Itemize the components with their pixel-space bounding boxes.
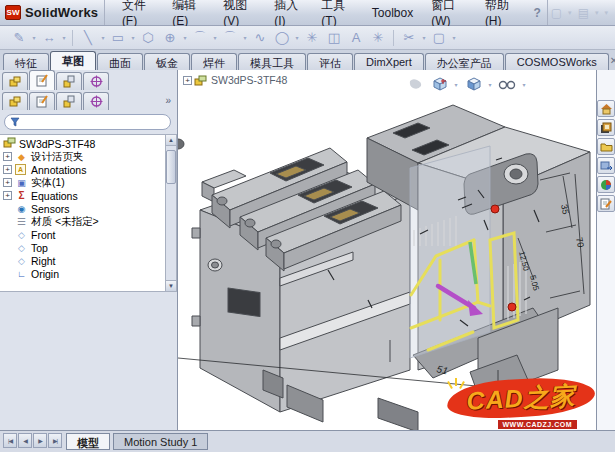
new-caret-icon[interactable]: ▾ <box>565 9 575 17</box>
dimxpertmanager-icon[interactable] <box>83 72 109 90</box>
display-style-icon[interactable] <box>463 75 483 93</box>
caret-down-icon[interactable]: ▾ <box>486 81 494 88</box>
section-view-icon[interactable] <box>406 75 426 93</box>
expand-icon[interactable]: + <box>183 76 192 85</box>
convert-entities-icon[interactable]: ▢ <box>428 30 450 45</box>
open-document-icon[interactable]: ▤ <box>575 6 592 20</box>
file-explorer-icon[interactable] <box>597 138 615 155</box>
menu-toolbox[interactable]: Toolbox <box>363 0 422 25</box>
centerpoint-arc-icon[interactable]: ⌒ <box>189 29 211 47</box>
tab-office-products[interactable]: 办公室产品 <box>425 53 504 70</box>
tab-dimxpert[interactable]: DimXpert <box>354 53 424 70</box>
prev-study-icon[interactable]: ◀ <box>18 433 32 448</box>
tree-item-front-plane[interactable]: ◇ Front <box>3 228 165 241</box>
trim-entities-icon[interactable]: ✂ <box>398 30 420 45</box>
caret-down-icon[interactable]: ▾ <box>241 34 249 41</box>
design-library-icon[interactable] <box>597 119 615 136</box>
custom-properties-icon[interactable] <box>597 195 615 212</box>
sketch-text-icon[interactable]: A <box>345 30 367 45</box>
expand-icon[interactable]: + <box>3 191 12 200</box>
tab-sketch[interactable]: 草图 <box>50 51 96 70</box>
caret-down-icon[interactable]: ▾ <box>520 81 528 88</box>
tree-item-top-plane[interactable]: ◇ Top <box>3 241 165 254</box>
section-plane[interactable] <box>410 146 490 358</box>
new-document-icon[interactable]: ▢ <box>548 6 565 20</box>
point-icon[interactable]: ✳ <box>301 30 323 45</box>
tab-evaluate[interactable]: 评估 <box>307 53 353 70</box>
spline-icon[interactable]: ∿ <box>249 30 271 45</box>
last-study-icon[interactable]: ▶| <box>48 433 62 448</box>
caret-down-icon[interactable]: ▾ <box>181 34 189 41</box>
scroll-thumb[interactable] <box>166 150 176 184</box>
scroll-down-icon[interactable]: ▼ <box>166 280 176 291</box>
tab-moldtools[interactable]: 模具工具 <box>238 53 306 70</box>
tree-item-equations[interactable]: + Σ Equations <box>3 189 165 202</box>
tree-item-annotations[interactable]: + A Annotations <box>3 163 165 176</box>
caret-down-icon[interactable]: ▾ <box>60 34 68 41</box>
view-palette-icon[interactable] <box>597 157 615 174</box>
caret-down-icon[interactable]: ▾ <box>129 34 137 41</box>
more-caret-icon[interactable]: ▾ <box>601 9 611 17</box>
view-orientation-icon[interactable] <box>429 75 449 93</box>
tab-weldments[interactable]: 焊件 <box>191 53 237 70</box>
configurationmanager-icon[interactable] <box>56 72 82 90</box>
sketch-icon[interactable]: ✎ <box>8 30 30 45</box>
menu-edit[interactable]: 编辑(E) <box>163 0 214 25</box>
tree-item-solid-bodies[interactable]: + ▣ 实体(1) <box>3 176 165 189</box>
ellipse-icon[interactable]: ◯ <box>271 30 293 45</box>
open-caret-icon[interactable]: ▾ <box>592 9 602 17</box>
search-icon[interactable]: ? <box>527 6 546 20</box>
mirror-entities-icon[interactable]: ◫ <box>323 30 345 45</box>
tree-root[interactable]: SW3dPS-3TF48 <box>3 137 165 150</box>
polygon-icon[interactable]: ⬡ <box>137 30 159 45</box>
circle-icon[interactable]: ⊕ <box>159 30 181 45</box>
tab-model[interactable]: 模型 <box>66 433 110 450</box>
tab-sheetmetal[interactable]: 钣金 <box>144 53 190 70</box>
expand-icon[interactable]: + <box>3 178 12 187</box>
tangent-arc-icon[interactable]: ⌒ <box>219 29 241 47</box>
next-study-icon[interactable]: ▶ <box>33 433 47 448</box>
menu-insert[interactable]: 插入(I) <box>265 0 312 25</box>
caret-down-icon[interactable]: ▾ <box>30 34 38 41</box>
chevrons-right-icon[interactable]: » <box>165 95 171 106</box>
flyout-feature-tree[interactable]: + SW3dPS-3TF48 <box>183 74 287 86</box>
model-3d-view[interactable]: 35 70 12.50 5.05 51 <box>178 70 596 430</box>
resources-icon[interactable] <box>597 100 615 117</box>
graphics-viewport[interactable]: + SW3dPS-3TF48 ▾ ▾ ▾ <box>178 70 596 430</box>
caret-down-icon[interactable]: ▾ <box>452 81 460 88</box>
caret-down-icon[interactable]: ▾ <box>293 34 301 41</box>
menu-window[interactable]: 窗口(W) <box>422 0 476 25</box>
caret-down-icon[interactable]: ▾ <box>420 34 428 41</box>
tree-item-material[interactable]: ☰ 材质 <未指定> <box>3 215 165 228</box>
menu-view[interactable]: 视图(V) <box>214 0 265 25</box>
featuremanager-icon[interactable] <box>2 72 28 90</box>
tree-filter-input[interactable] <box>4 114 171 130</box>
line-icon[interactable]: ╲ <box>77 30 99 45</box>
appearances-icon[interactable] <box>597 176 615 193</box>
expand-icon[interactable]: + <box>3 165 12 174</box>
first-study-icon[interactable]: |◀ <box>3 433 17 448</box>
featuremanager-icon[interactable] <box>2 92 28 110</box>
tab-cosmosworks[interactable]: COSMOSWorks <box>505 53 609 70</box>
expand-icon[interactable]: + <box>3 152 12 161</box>
tab-features[interactable]: 特征 <box>3 53 49 70</box>
dimxpertmanager-icon[interactable] <box>83 92 109 110</box>
caret-down-icon[interactable]: ▾ <box>211 34 219 41</box>
configurationmanager-icon[interactable] <box>56 92 82 110</box>
scroll-up-icon[interactable]: ▲ <box>166 135 176 146</box>
tab-motion-study-1[interactable]: Motion Study 1 <box>113 433 208 450</box>
tree-item-design-binder[interactable]: + ◆ 设计活页夹 <box>3 150 165 163</box>
tree-scrollbar[interactable]: ▲ ▼ <box>165 134 177 292</box>
close-icon[interactable]: ✕ <box>610 55 615 66</box>
propertymanager-icon[interactable] <box>29 70 55 90</box>
tree-item-sensors[interactable]: ◉ Sensors <box>3 202 165 215</box>
corner-rectangle-icon[interactable]: ▭ <box>107 30 129 45</box>
tree-item-right-plane[interactable]: ◇ Right <box>3 254 165 267</box>
caret-down-icon[interactable]: ▾ <box>99 34 107 41</box>
caret-down-icon[interactable]: ▾ <box>450 34 458 41</box>
pattern-icon[interactable]: ✳ <box>367 30 389 45</box>
tab-surfaces[interactable]: 曲面 <box>97 53 143 70</box>
smart-dimension-icon[interactable]: ↔ <box>38 30 60 45</box>
menu-tools[interactable]: 工具(T) <box>312 0 362 25</box>
menu-help[interactable]: 帮助(H) <box>476 0 528 25</box>
